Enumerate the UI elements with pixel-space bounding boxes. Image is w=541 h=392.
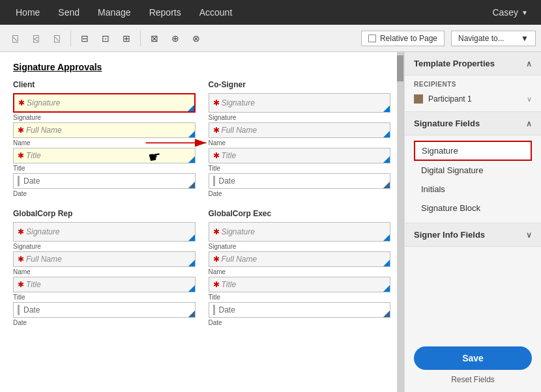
user-menu[interactable]: Casey ▼: [486, 7, 534, 18]
template-properties-header[interactable]: Template Properties ∧: [405, 52, 541, 76]
date-border: [18, 305, 20, 315]
rep-title-text: Title: [26, 280, 41, 289]
right-panel: Template Properties ∧ RECIPIENTS Partici…: [404, 52, 541, 392]
participant-chevron-icon[interactable]: ∨: [527, 95, 532, 104]
rep-date-text: Date: [23, 305, 40, 315]
cosigner-sig-sublabel: Signature: [209, 114, 391, 121]
rep-title-field[interactable]: ✱ Title: [13, 277, 196, 292]
exec-sig-group: ✱ Signature Signature: [209, 222, 391, 250]
star-icon: ✱: [213, 227, 220, 236]
date-border: [213, 176, 215, 186]
corner-icon: [383, 311, 390, 317]
nav-send[interactable]: Send: [49, 2, 89, 23]
rep-sig-field[interactable]: ✱ Signature: [13, 222, 196, 242]
exec-date-field[interactable]: Date: [209, 302, 391, 318]
star-icon: ✱: [213, 98, 220, 107]
rep-date-field[interactable]: Date: [13, 302, 196, 318]
rep-name-field[interactable]: ✱ Full Name: [13, 251, 196, 267]
toolbar-distribute-h[interactable]: ⊟: [75, 29, 95, 48]
toolbar-arrange[interactable]: ⊞: [117, 29, 136, 48]
client-title-group: ✱ Title Title: [13, 148, 196, 172]
rep-title-group: ✱ Title Title: [13, 277, 196, 301]
star-icon: ✱: [18, 227, 24, 236]
canvas-scroll-thumb[interactable]: [397, 55, 403, 81]
corner-icon: [188, 156, 195, 163]
toolbar-separator-2: [140, 31, 141, 46]
exec-name-group: ✱ Full Name Name: [209, 251, 391, 275]
form-title: Signature Approvals: [13, 62, 390, 72]
rep-name-group: ✱ Full Name Name: [13, 251, 196, 275]
cosigner-label: Co-Signer: [209, 80, 391, 89]
rep-name-sublabel: Name: [13, 268, 196, 275]
exec-date-text: Date: [219, 305, 235, 315]
exec-title-sublabel: Title: [209, 294, 391, 301]
navigate-label: Navigate to...: [458, 34, 504, 43]
navigate-dropdown[interactable]: Navigate to... ▼: [451, 31, 536, 46]
relative-page-button[interactable]: Relative to Page: [361, 31, 445, 46]
cosigner-title-sublabel: Title: [209, 165, 391, 172]
corner-icon: [188, 260, 195, 266]
toolbar-resize-v[interactable]: ⊕: [166, 29, 185, 48]
user-name: Casey: [492, 7, 518, 18]
sig-fields-chevron: ∧: [526, 119, 532, 128]
toolbar-align-center[interactable]: ⍃: [26, 29, 46, 48]
sig-field-block-item[interactable]: Signature Block: [414, 199, 532, 217]
exec-name-field[interactable]: ✱ Full Name: [209, 251, 391, 267]
toolbar-distribute-v[interactable]: ⊡: [96, 29, 115, 48]
cosigner-title-field[interactable]: ✱ Title: [209, 148, 391, 163]
toolbar-align-right[interactable]: ⍂: [47, 29, 66, 48]
cosigner-name-sublabel: Name: [209, 139, 391, 147]
nav-manage[interactable]: Manage: [89, 2, 140, 23]
cosigner-sig-field[interactable]: ✱ Signature: [209, 93, 391, 113]
sig-fields-label: Signature Fields: [414, 119, 480, 128]
client-sig-group: ✱ Signature Signature: [13, 93, 196, 121]
corner-icon: [188, 311, 195, 317]
save-button[interactable]: Save: [414, 346, 532, 370]
corner-icon: [188, 105, 194, 111]
sig-fields-header[interactable]: Signature Fields ∧: [405, 112, 541, 135]
star-icon: ✱: [213, 151, 220, 160]
exec-name-sublabel: Name: [209, 268, 391, 275]
toolbar-align-left[interactable]: ⍂: [5, 29, 25, 48]
client-date-field[interactable]: Date: [13, 173, 196, 189]
exec-sig-field[interactable]: ✱ Signature: [209, 222, 391, 242]
rep-sig-group: ✱ Signature Signature: [13, 222, 196, 250]
client-sig-sublabel: Signature: [13, 114, 196, 121]
main-layout: Signature Approvals Client ✱ Signature S…: [0, 52, 541, 392]
client-title-field[interactable]: ✱ Title: [13, 148, 196, 163]
signer-info-label: Signer Info Fields: [414, 230, 485, 240]
date-field-text: Date: [23, 176, 40, 186]
nav-reports[interactable]: Reports: [140, 2, 190, 23]
cosigner-date-text: Date: [219, 176, 235, 186]
toolbar-resize-h[interactable]: ⊠: [145, 29, 164, 48]
nav-home[interactable]: Home: [7, 2, 49, 23]
client-sig-field[interactable]: ✱ Signature: [13, 93, 196, 113]
star-icon: ✱: [18, 255, 24, 264]
cosigner-title-text: Title: [222, 151, 237, 160]
cosigner-name-field[interactable]: ✱ Full Name: [209, 122, 391, 138]
cosigner-name-group: ✱ Full Name Name: [209, 122, 391, 147]
toolbar-lock[interactable]: ⊗: [186, 29, 206, 48]
sig-field-text: Signature: [27, 98, 60, 107]
star-icon: ✱: [213, 126, 220, 135]
cosigner-date-field[interactable]: Date: [209, 173, 391, 189]
navigate-caret-icon: ▼: [521, 34, 529, 43]
client-name-field[interactable]: ✱ Full Name: [13, 122, 196, 138]
corner-icon: [383, 182, 390, 188]
rep-sig-text: Signature: [26, 227, 59, 236]
canvas-scrollbar[interactable]: [397, 52, 403, 392]
signer-info-chevron: ∨: [526, 231, 532, 240]
globalcorp-rep-label: GlobalCorp Rep: [13, 209, 196, 218]
sig-field-signature-item[interactable]: Signature: [414, 141, 532, 161]
rep-date-sublabel: Date: [13, 319, 196, 326]
signer-info-header[interactable]: Signer Info Fields ∨: [405, 223, 541, 247]
globalcorp-exec-label: GlobalCorp Exec: [209, 209, 391, 218]
exec-title-field[interactable]: ✱ Title: [209, 277, 391, 292]
sig-field-initials-item[interactable]: Initials: [414, 180, 532, 199]
nav-account[interactable]: Account: [190, 2, 242, 23]
star-icon: ✱: [213, 255, 220, 264]
rep-name-text: Full Name: [26, 255, 62, 264]
reset-fields-link[interactable]: Reset Fields: [414, 375, 532, 384]
sig-field-digital-item[interactable]: Digital Signature: [414, 161, 532, 180]
rep-title-sublabel: Title: [13, 294, 196, 301]
